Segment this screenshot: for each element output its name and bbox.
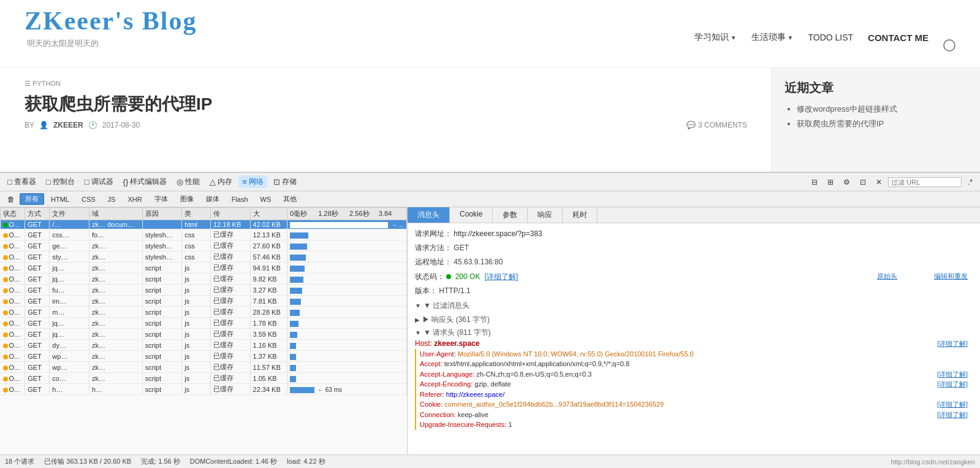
cell-type: css [182, 240, 211, 251]
nav-item-study[interactable]: 学习知识 ▼ [694, 32, 737, 43]
filter-xhr[interactable]: XHR [122, 194, 147, 204]
table-row[interactable]: O... GET css… fo… stylesh… css 已缓存 12.13… [1, 229, 407, 240]
devtools-filter-input[interactable] [888, 177, 962, 187]
th-waterfall: 0毫秒 1.28秒 2.56秒 3.84 [287, 208, 406, 220]
devtools-network-btn[interactable]: ≡ 网络 [238, 175, 267, 188]
table-row[interactable]: O... GET jq… zk… script js 已缓存 94.91 KB [1, 263, 407, 274]
filter-html[interactable]: HTML [45, 194, 75, 204]
devtools-inspector-btn[interactable]: □ 查看器 [4, 175, 40, 188]
devtools-style-btn[interactable]: {} 样式编辑器 [120, 175, 171, 188]
detail-tab-headers[interactable]: 消息头 [408, 207, 450, 223]
cell-size: 1.05 KB [250, 373, 287, 384]
cell-type: js [182, 263, 211, 274]
status-requests: 18 个请求 [5, 457, 34, 466]
devtools-clear-btn[interactable]: 🗑 [4, 194, 18, 205]
status-code-link[interactable]: [详细了解] [485, 272, 518, 281]
sidebar-item-1[interactable]: 修改wordpress中超链接样式 [797, 104, 968, 115]
nav-label-life: 生活琐事 [751, 32, 786, 43]
version-row: 版本： HTTP/1.1 [415, 285, 973, 297]
cell-method: GET [25, 373, 50, 384]
table-row[interactable]: O... GET im… zk… script js 已缓存 7.81 KB [1, 296, 407, 307]
table-row[interactable]: O... GET jq… zk… script js 已缓存 3.59 KB [1, 329, 407, 340]
filter-image[interactable]: 图像 [175, 193, 199, 205]
devtools-panel: □ 查看器 □ 控制台 □ 调试器 {} 样式编辑器 ◎ 性能 △ 内存 ≡ 网… [0, 172, 980, 468]
search-icon[interactable] [943, 39, 955, 52]
cell-origin: script [142, 351, 182, 362]
cell-method: GET [25, 274, 50, 285]
table-row[interactable]: O... GET dy… zk… script js 已缓存 1.16 KB [1, 340, 407, 351]
devtools-debugger-btn[interactable]: □ 调试器 [81, 175, 117, 188]
table-row[interactable]: O... GET fu… zk… script js 已缓存 3.27 KB [1, 285, 407, 296]
network-scroll-area[interactable]: 状态 方式 文件 域 原因 类 传 大 0毫秒 1.28秒 2.56秒 3.84 [0, 207, 407, 455]
nav-arrow-life: ▼ [788, 34, 794, 41]
devtools-body: 状态 方式 文件 域 原因 类 传 大 0毫秒 1.28秒 2.56秒 3.84 [0, 207, 980, 455]
request-headers-toggle[interactable]: ▼ ▼ 请求头 (811 字节) [415, 328, 973, 338]
cookie-detail[interactable]: [详细了解] [937, 399, 968, 410]
nav-contact[interactable]: CONTACT ME [868, 33, 929, 43]
devtools-storage-btn[interactable]: ⊡ 存储 [270, 175, 300, 188]
detail-tab-params[interactable]: 参数 [493, 207, 528, 223]
table-row[interactable]: O... GET h… h… script js 已缓存 22.34 KB ← … [1, 384, 407, 395]
response-headers-toggle[interactable]: ▶ ▶ 响应头 (361 字节) [415, 315, 973, 325]
table-row[interactable]: O... GET wp… zk… script js 已缓存 11.57 KB [1, 362, 407, 373]
table-row[interactable]: O... GET m… zk… script js 已缓存 28.28 KB [1, 307, 407, 318]
table-row[interactable]: O... GET jq… zk… script js 已缓存 9.82 KB [1, 274, 407, 285]
raw-btn[interactable]: 原始头 [877, 271, 897, 282]
devtools-console-btn[interactable]: □ 控制台 [42, 175, 78, 188]
devtools-close-btn[interactable]: ✕ [872, 177, 886, 188]
cell-domain: zk… [89, 362, 142, 373]
meta-date: 2017-08-30 [102, 121, 140, 129]
edit-resend-btn[interactable]: 编辑和重发 [934, 271, 968, 282]
conn-detail[interactable]: [详细了解] [937, 410, 968, 420]
article-title[interactable]: 获取爬虫所需要的代理IP [25, 93, 747, 116]
filter-all[interactable]: 所有 [20, 193, 44, 205]
cell-status: O... [1, 318, 25, 329]
cell-origin: script [142, 274, 182, 285]
table-row[interactable]: O... GET sty… zk… stylesh… css 已缓存 57.46… [1, 251, 407, 263]
nav-item-life[interactable]: 生活琐事 ▼ [751, 32, 794, 43]
cell-file: jq… [50, 318, 89, 329]
table-row[interactable]: O... GET wp… zk… script js 已缓存 1.37 KB [1, 351, 407, 362]
detail-tab-timing[interactable]: 耗时 [563, 207, 598, 223]
accept-lang-detail[interactable]: [详细了解] [937, 369, 968, 380]
filter-flash[interactable]: Flash [226, 194, 254, 204]
conn-key: Connection: [420, 411, 456, 418]
accept-enc-detail[interactable]: [详细了解] [937, 379, 968, 389]
status-load: load: 4.22 秒 [287, 457, 325, 466]
sidebar-item-2[interactable]: 获取爬虫所需要的代理IP [797, 118, 968, 129]
table-row[interactable]: O... GET co… zk… script js 已缓存 1.05 KB [1, 373, 407, 384]
devtools-memory-btn[interactable]: △ 内存 [206, 175, 236, 188]
accept-lang-key: Accept-Language: [420, 370, 474, 378]
filter-font[interactable]: 字体 [149, 193, 173, 205]
filter-ws[interactable]: WS [255, 194, 277, 204]
filter-css[interactable]: CSS [76, 194, 101, 204]
detail-tab-response[interactable]: 响应 [528, 207, 563, 223]
filter-headers-toggle[interactable]: ▼ ▼ 过滤消息头 [415, 301, 973, 311]
cell-domain: zk… [89, 340, 142, 351]
cell-domain: zk… [89, 296, 142, 307]
cell-file: css… [50, 229, 89, 240]
network-tbody: O... GET /… zk… docum… html 12.18 KB 42.… [1, 220, 407, 395]
devtools-filter-regex-btn[interactable]: .* [964, 177, 976, 188]
devtools-popout-btn[interactable]: ⊡ [856, 177, 870, 188]
filter-js[interactable]: JS [102, 194, 121, 204]
cell-domain: zk… [89, 263, 142, 274]
cell-origin: stylesh… [142, 229, 182, 240]
filter-media[interactable]: 媒体 [200, 193, 225, 205]
table-row[interactable]: O... GET /… zk… docum… html 12.18 KB 42.… [1, 220, 407, 229]
devtools-perf-btn[interactable]: ◎ 性能 [173, 175, 203, 188]
devtools-dock-btn[interactable]: ⊟ [808, 177, 821, 188]
cell-transfer: 已缓存 [211, 263, 251, 274]
table-row[interactable]: O... GET ge… zk… stylesh… css 已缓存 27.60 … [1, 240, 407, 251]
filter-other[interactable]: 其他 [278, 193, 302, 205]
host-detail-link[interactable]: [详细了解] [937, 339, 968, 348]
cell-size: 28.28 KB [250, 307, 287, 318]
nav-item-todo[interactable]: TODO LIST [808, 33, 853, 42]
table-row[interactable]: O... GET jq… zk… script js 已缓存 1.78 KB [1, 318, 407, 329]
devtools-settings-btn[interactable]: ⚙ [840, 177, 854, 188]
upgrade-key: Upgrade-Insecure-Requests: [420, 421, 506, 428]
status-dot-green [446, 274, 451, 279]
devtools-undock-btn[interactable]: ⊞ [824, 177, 837, 188]
devtools-toolbar: □ 查看器 □ 控制台 □ 调试器 {} 样式编辑器 ◎ 性能 △ 内存 ≡ 网… [0, 173, 980, 191]
detail-tab-cookie[interactable]: Cookie [450, 207, 493, 223]
